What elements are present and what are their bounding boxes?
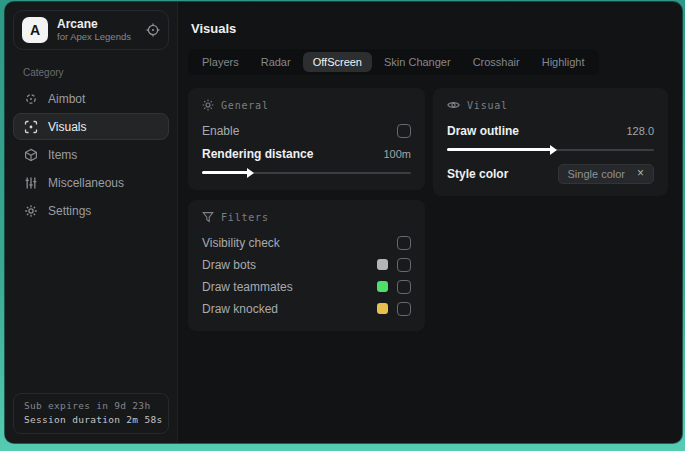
gear-icon <box>24 204 38 218</box>
draw-knocked-color-swatch[interactable] <box>377 303 388 314</box>
filter-row-draw-teammates: Draw teammates <box>202 276 411 297</box>
draw-bots-checkbox[interactable] <box>397 258 411 272</box>
filter-label: Visibility check <box>202 236 280 250</box>
app-window: A Arcane for Apex Legends Category <box>5 2 682 443</box>
sub-expires-text: Sub expires in 9d 23h <box>24 399 158 413</box>
visibility-check-checkbox[interactable] <box>397 236 411 250</box>
sidebar-item-visuals[interactable]: Visuals <box>13 113 169 140</box>
slider-fill <box>202 171 248 174</box>
filter-label: Draw knocked <box>202 302 278 316</box>
draw-bots-color-swatch[interactable] <box>377 259 388 270</box>
draw-teammates-color-swatch[interactable] <box>377 281 388 292</box>
draw-teammates-checkbox[interactable] <box>397 280 411 294</box>
app-subtitle: for Apex Legends <box>57 31 131 43</box>
sidebar-item-aimbot[interactable]: Aimbot <box>13 85 169 112</box>
sliders-icon <box>24 176 38 190</box>
sidebar-item-label: Aimbot <box>48 92 85 106</box>
tab-players[interactable]: Players <box>192 52 249 72</box>
filters-panel-header: Filters <box>202 211 411 223</box>
draw-outline-value: 128.0 <box>626 125 654 137</box>
visual-panel: Visual Draw outline 128.0 Style color Si… <box>433 88 668 196</box>
sun-icon <box>202 99 214 111</box>
app-logo: A <box>22 17 48 43</box>
sidebar-item-label: Items <box>48 148 77 162</box>
app-header-text: Arcane for Apex Legends <box>57 18 131 43</box>
rendering-distance-slider[interactable] <box>202 167 411 178</box>
session-duration-text: Session duration 2m 58s <box>24 413 158 427</box>
filter-row-draw-bots: Draw bots <box>202 254 411 275</box>
sidebar-item-items[interactable]: Items <box>13 141 169 168</box>
eye-icon <box>447 99 460 111</box>
main-content: Visuals Players Radar OffScreen Skin Cha… <box>178 2 682 443</box>
funnel-icon <box>202 211 214 223</box>
sidebar-item-label: Settings <box>48 204 91 218</box>
sidebar-menu: Aimbot Visuals <box>13 85 169 224</box>
visual-panel-title: Visual <box>467 100 508 111</box>
app-title: Arcane <box>57 18 131 31</box>
enable-label: Enable <box>202 124 239 138</box>
app-header: A Arcane for Apex Legends <box>13 10 169 50</box>
box-icon <box>24 148 38 162</box>
crosshair-icon <box>24 92 38 106</box>
draw-outline-slider[interactable] <box>447 144 654 155</box>
style-color-label: Style color <box>447 167 508 181</box>
focus-icon <box>24 120 38 134</box>
category-label: Category <box>23 67 177 78</box>
sidebar: A Arcane for Apex Legends Category <box>5 2 178 443</box>
sidebar-item-label: Visuals <box>48 120 86 134</box>
filter-row-visibility-check: Visibility check <box>202 232 411 253</box>
tab-crosshair[interactable]: Crosshair <box>463 52 530 72</box>
general-panel: General Enable Rendering distance 100m <box>188 88 425 190</box>
rendering-distance-value: 100m <box>383 148 411 160</box>
filters-panel: Filters Visibility check Draw bots <box>188 200 425 331</box>
general-panel-header: General <box>202 99 411 111</box>
rendering-distance-label: Rendering distance <box>202 147 313 161</box>
style-color-select[interactable]: Single color × <box>558 164 655 184</box>
filter-row-draw-knocked: Draw knocked <box>202 298 411 319</box>
filters-panel-title: Filters <box>221 212 269 223</box>
visual-panel-header: Visual <box>447 99 654 111</box>
slider-fill <box>447 148 551 151</box>
sidebar-item-label: Miscellaneous <box>48 176 124 190</box>
tab-radar[interactable]: Radar <box>251 52 301 72</box>
filter-label: Draw bots <box>202 258 256 272</box>
filter-label: Draw teammates <box>202 280 293 294</box>
general-panel-title: General <box>221 100 269 111</box>
scope-icon[interactable] <box>146 23 160 37</box>
subscription-info: Sub expires in 9d 23h Session duration 2… <box>13 393 169 434</box>
tab-skin-changer[interactable]: Skin Changer <box>374 52 461 72</box>
tab-offscreen[interactable]: OffScreen <box>303 52 372 72</box>
page-title: Visuals <box>191 21 670 36</box>
sidebar-item-settings[interactable]: Settings <box>13 197 169 224</box>
draw-outline-label: Draw outline <box>447 124 519 138</box>
enable-checkbox[interactable] <box>397 124 411 138</box>
draw-knocked-checkbox[interactable] <box>397 302 411 316</box>
visuals-tabbar: Players Radar OffScreen Skin Changer Cro… <box>188 49 599 75</box>
sidebar-item-miscellaneous[interactable]: Miscellaneous <box>13 169 169 196</box>
close-icon[interactable]: × <box>637 168 644 179</box>
style-color-value: Single color <box>568 168 625 180</box>
tab-highlight[interactable]: Highlight <box>532 52 595 72</box>
